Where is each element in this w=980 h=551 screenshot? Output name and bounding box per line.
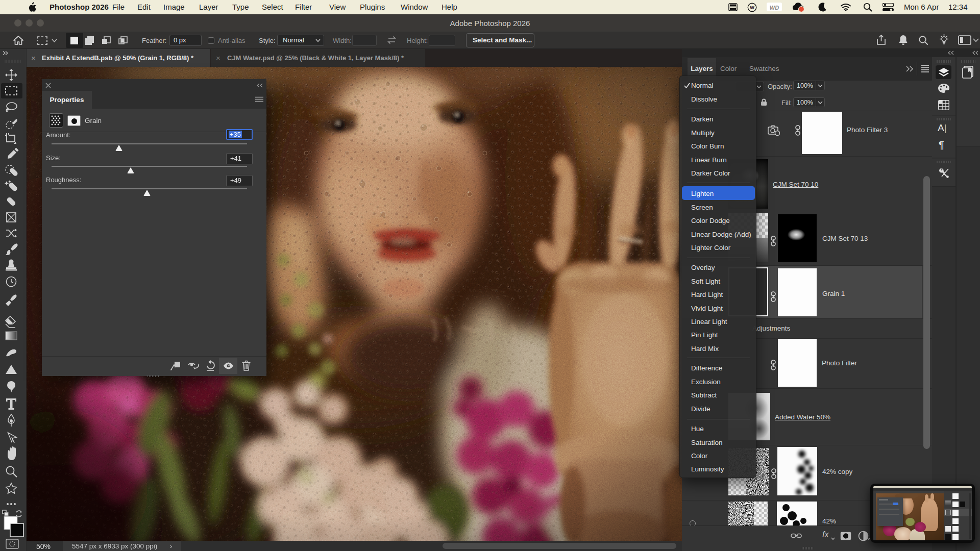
svg-text:W: W (750, 5, 754, 10)
